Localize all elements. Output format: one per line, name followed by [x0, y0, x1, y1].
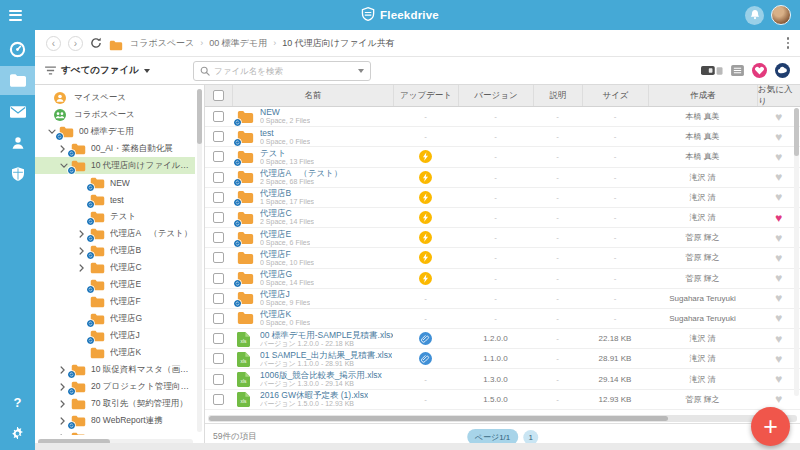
tree-item[interactable]: マイスペース [35, 89, 195, 106]
tree-item[interactable]: 代理店J [35, 327, 195, 344]
file-filter-dropdown[interactable]: すべてのファイル [45, 64, 150, 77]
tree-item[interactable]: NEW [35, 174, 195, 191]
row-checkbox[interactable] [213, 151, 224, 162]
more-options-icon[interactable] [787, 37, 790, 49]
attachment-icon[interactable] [419, 352, 432, 365]
column-header[interactable]: 名前 [232, 85, 393, 106]
folder-row[interactable]: 代理店E0 Space, 6 Files---菅原 輝之♥ [205, 228, 800, 248]
add-new-fab-button[interactable]: + [751, 407, 790, 446]
chevron-right-icon[interactable] [79, 264, 90, 272]
chevron-right-icon[interactable] [60, 400, 71, 408]
update-bolt-icon[interactable] [419, 191, 432, 204]
update-bolt-icon[interactable] [419, 211, 432, 224]
tree-item[interactable]: 代理店K [35, 344, 195, 361]
favorite-heart-icon[interactable]: ♥ [775, 191, 782, 203]
file-row[interactable]: xls2016 GW休暇予定表 (1).xlsxバージョン 1.5.0.0 - … [205, 390, 800, 410]
favorite-heart-icon[interactable]: ♥ [775, 373, 782, 385]
folder-row[interactable]: NEW0 Space, 2 Files----本橋 真美♥ [205, 107, 800, 127]
update-bolt-icon[interactable] [419, 251, 432, 264]
folder-row[interactable]: 代理店K0 Space, 0 Files----Sugahara Teruyuk… [205, 309, 800, 329]
search-box[interactable] [193, 61, 371, 81]
file-row[interactable]: xls01 SAMPLE_出力結果_見積書.xlsxバージョン 1.1.0.0 … [205, 349, 800, 369]
tree-item[interactable] [35, 429, 195, 435]
forward-button[interactable]: › [68, 36, 83, 51]
nav-settings-icon[interactable] [0, 419, 35, 448]
nav-dashboard-icon[interactable] [0, 35, 35, 64]
column-header[interactable]: バージョン [458, 85, 533, 106]
select-all-checkbox[interactable] [213, 90, 224, 101]
row-checkbox[interactable] [213, 192, 224, 203]
favorites-filter-icon[interactable] [752, 63, 767, 78]
row-checkbox[interactable] [213, 333, 224, 344]
tree-vertical-scrollbar[interactable] [197, 89, 202, 432]
tree-item[interactable]: 80 WebReport連携 [35, 412, 195, 429]
nav-users-icon[interactable] [0, 128, 35, 157]
update-bolt-icon[interactable] [419, 231, 432, 244]
refresh-icon[interactable] [90, 37, 102, 49]
folder-row[interactable]: 代理店B1 Space, 17 Files---滝沢 清♥ [205, 188, 800, 208]
folder-row[interactable]: 代理店C2 Space, 14 Files---滝沢 清♥ [205, 208, 800, 228]
favorite-heart-icon[interactable]: ♥ [775, 353, 782, 365]
column-header[interactable]: 作成者 [648, 85, 757, 106]
favorite-heart-icon[interactable]: ♥ [775, 212, 782, 224]
tree-item[interactable]: 代理店F [35, 293, 195, 310]
favorite-heart-icon[interactable]: ♥ [775, 393, 782, 405]
user-avatar[interactable] [771, 5, 791, 25]
thumbnail-view-toggle-icon[interactable] [701, 65, 723, 76]
nav-mail-icon[interactable] [0, 97, 35, 126]
notifications-bell-icon[interactable] [745, 6, 764, 25]
tree-item[interactable]: 00 標準デモ用 [35, 123, 195, 140]
row-checkbox[interactable] [213, 172, 224, 183]
row-checkbox[interactable] [213, 293, 224, 304]
row-checkbox[interactable] [213, 232, 224, 243]
nav-files-icon[interactable] [0, 66, 35, 95]
row-checkbox[interactable] [213, 273, 224, 284]
favorite-heart-icon[interactable]: ♥ [775, 151, 782, 163]
folder-row[interactable]: 代理店A （テスト）2 Space, 68 Files---滝沢 清♥ [205, 168, 800, 188]
tree-item[interactable]: 代理店G [35, 310, 195, 327]
search-input[interactable] [214, 66, 354, 76]
hamburger-menu-icon[interactable] [9, 10, 22, 21]
column-header[interactable]: アップデート [393, 85, 458, 106]
column-header[interactable]: お気に入り [757, 85, 800, 106]
tree-item[interactable]: 10 代理店向けファイル共有 [35, 157, 195, 174]
file-row[interactable]: xls1006版_競合比較表_掲示用.xlsxバージョン 1.3.0.0 - 2… [205, 369, 800, 389]
tree-item[interactable]: 代理店A （テスト） [35, 225, 195, 242]
row-checkbox[interactable] [213, 374, 224, 385]
folder-row[interactable]: test0 Space, 0 Files----本橋 真美♥ [205, 127, 800, 147]
tree-item[interactable]: テスト [35, 208, 195, 225]
favorite-heart-icon[interactable]: ♥ [775, 131, 782, 143]
breadcrumb-item[interactable]: 00 標準デモ用 [209, 37, 267, 50]
row-checkbox[interactable] [213, 394, 224, 405]
breadcrumb-item[interactable]: 10 代理店向けファイル共有 [282, 37, 395, 50]
update-bolt-icon[interactable] [419, 150, 432, 163]
folder-row[interactable]: 代理店J0 Space, 9 Files----Sugahara Teruyuk… [205, 289, 800, 309]
chevron-right-icon[interactable] [60, 434, 71, 436]
cloud-sync-icon[interactable] [775, 63, 790, 78]
folder-row[interactable]: 代理店G0 Space, 14 Files---菅原 輝之♥ [205, 269, 800, 289]
search-dropdown-icon[interactable] [358, 69, 364, 73]
table-horizontal-scrollbar[interactable] [205, 414, 800, 423]
tree-item[interactable]: 70 取引先（契約管理用） [35, 395, 195, 412]
row-checkbox[interactable] [213, 313, 224, 324]
nav-help-icon[interactable]: ? [0, 388, 35, 417]
update-bolt-icon[interactable] [419, 272, 432, 285]
favorite-heart-icon[interactable]: ♥ [775, 333, 782, 345]
tree-item[interactable]: 20 プロジェクト管理向けファイル共有 [35, 378, 195, 395]
table-vertical-scrollbar[interactable] [794, 108, 799, 396]
folder-row[interactable]: テスト0 Space, 13 Files---本橋 真美♥ [205, 147, 800, 167]
tree-item[interactable]: コラボスペース [35, 106, 195, 123]
tree-item[interactable]: 10 販促資料マスタ（画像・動画） [35, 361, 195, 378]
row-checkbox[interactable] [213, 212, 224, 223]
breadcrumb-item[interactable]: コラボスペース [130, 37, 194, 50]
row-checkbox[interactable] [213, 131, 224, 142]
update-bolt-icon[interactable] [419, 171, 432, 184]
favorite-heart-icon[interactable]: ♥ [775, 252, 782, 264]
file-row[interactable]: xls00 標準デモ用-SAMPLE見積書.xlsxバージョン 1.2.0.0 … [205, 329, 800, 349]
column-header[interactable]: サイズ [582, 85, 648, 106]
row-checkbox[interactable] [213, 111, 224, 122]
tree-item[interactable]: 代理店E [35, 276, 195, 293]
folder-row[interactable]: 代理店F0 Space, 10 Files---菅原 輝之♥ [205, 248, 800, 268]
tree-item[interactable]: test [35, 191, 195, 208]
nav-security-icon[interactable] [0, 159, 35, 188]
